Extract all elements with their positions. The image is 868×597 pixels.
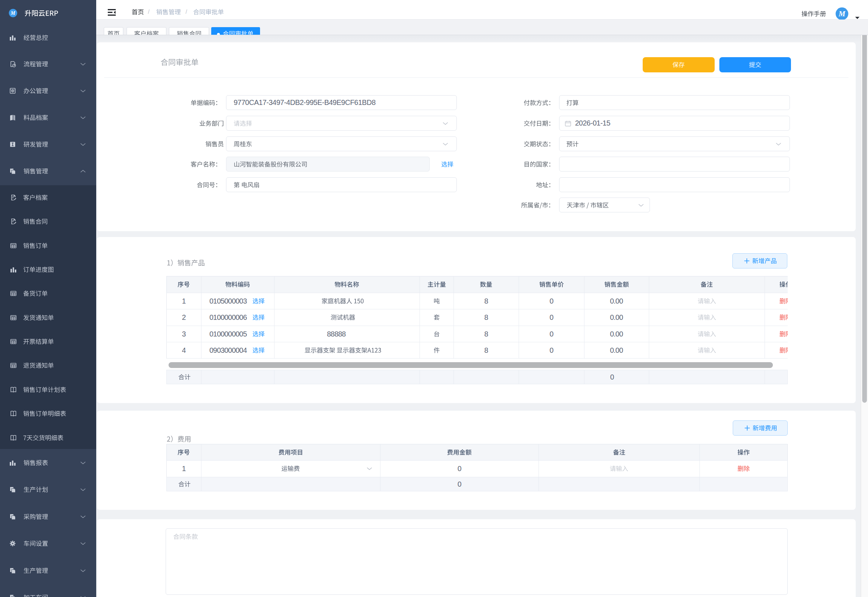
svg-text:M: M: [838, 9, 846, 18]
svg-text:M: M: [10, 10, 16, 16]
